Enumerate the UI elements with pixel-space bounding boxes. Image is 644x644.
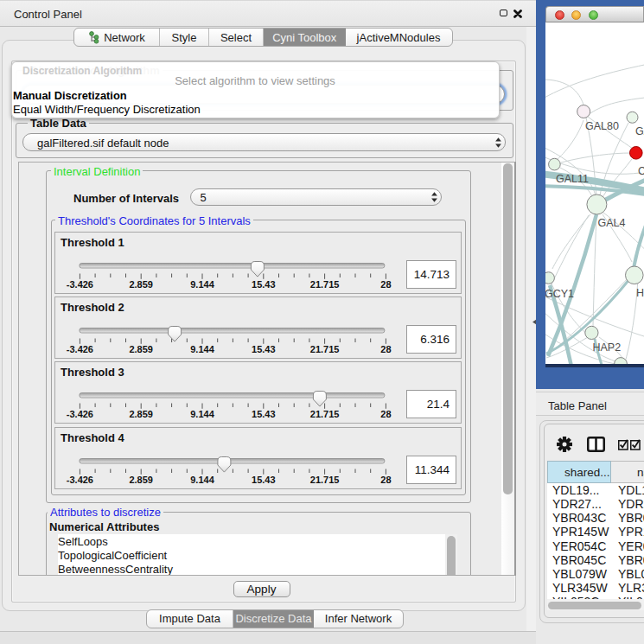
svg-text:-3.426: -3.426 xyxy=(66,279,92,290)
svg-text:GAL1: GAL1 xyxy=(635,125,644,137)
svg-text:GAL11: GAL11 xyxy=(556,173,589,185)
svg-text:2.859: 2.859 xyxy=(129,344,153,354)
svg-text:2.859: 2.859 xyxy=(129,279,153,290)
svg-text:HAP2: HAP2 xyxy=(593,341,622,354)
svg-text:9.144: 9.144 xyxy=(190,279,214,290)
svg-text:28: 28 xyxy=(380,409,391,419)
svg-text:28: 28 xyxy=(380,279,391,290)
svg-text:2.859: 2.859 xyxy=(129,409,153,419)
svg-text:15.43: 15.43 xyxy=(252,409,276,419)
svg-text:-3.426: -3.426 xyxy=(66,344,92,354)
svg-text:15.43: 15.43 xyxy=(252,344,276,354)
svg-text:9.144: 9.144 xyxy=(190,475,214,485)
svg-text:-3.426: -3.426 xyxy=(66,475,92,485)
svg-text:2.859: 2.859 xyxy=(129,475,153,485)
svg-text:-3.426: -3.426 xyxy=(66,409,92,419)
svg-text:15.43: 15.43 xyxy=(252,279,276,290)
svg-text:21.715: 21.715 xyxy=(309,475,339,485)
svg-text:21.715: 21.715 xyxy=(309,279,339,290)
svg-text:GAL80: GAL80 xyxy=(585,120,619,132)
svg-text:HSF1: HSF1 xyxy=(636,287,644,299)
svg-text:GAL4: GAL4 xyxy=(598,217,626,229)
svg-text:28: 28 xyxy=(380,475,391,485)
svg-text:15.43: 15.43 xyxy=(252,475,276,485)
svg-text:9.144: 9.144 xyxy=(190,409,214,419)
svg-text:21.715: 21.715 xyxy=(309,344,339,354)
svg-text:28: 28 xyxy=(380,344,391,354)
svg-text:9.144: 9.144 xyxy=(190,344,214,354)
svg-text:GCY1: GCY1 xyxy=(545,288,574,300)
svg-text:21.715: 21.715 xyxy=(309,409,339,419)
svg-text:C: C xyxy=(638,165,644,177)
